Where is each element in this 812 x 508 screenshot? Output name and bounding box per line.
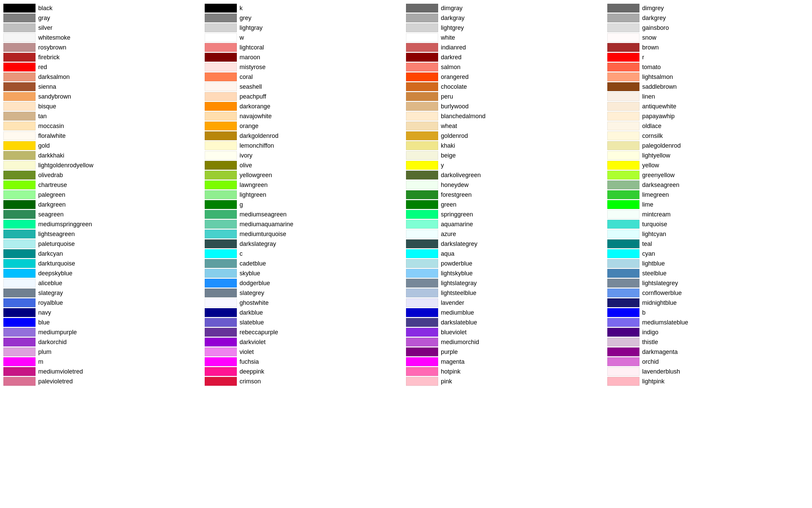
color-row: thistle [607, 337, 809, 347]
color-label: grey [240, 15, 251, 22]
color-row: lightslategrey [607, 278, 809, 288]
color-swatch [205, 298, 237, 307]
color-row: rebeccapurple [205, 327, 406, 337]
color-row: c [205, 249, 406, 258]
color-label: tan [38, 113, 47, 120]
color-label: fuchsia [240, 358, 259, 365]
color-swatch [205, 23, 237, 32]
color-row: cornflowerblue [607, 288, 809, 298]
color-swatch [3, 4, 36, 13]
color-row: seagreen [3, 210, 205, 219]
color-label: orangered [441, 73, 469, 81]
color-label: maroon [240, 54, 260, 61]
color-swatch [607, 269, 639, 278]
color-swatch [3, 377, 36, 386]
color-row: y [406, 161, 607, 170]
color-swatch [3, 210, 36, 219]
color-label: deepskyblue [38, 270, 72, 277]
color-label: mediumseagreen [240, 211, 287, 218]
color-label: deeppink [240, 368, 264, 375]
color-row: darkgrey [607, 13, 809, 23]
color-label: tomato [642, 64, 661, 71]
color-swatch [607, 239, 639, 248]
color-swatch [205, 92, 237, 101]
color-row: dimgray [406, 3, 607, 13]
color-swatch [205, 33, 237, 42]
color-label: aquamarine [441, 221, 473, 228]
color-swatch [406, 190, 438, 199]
color-row: powderblue [406, 259, 607, 268]
color-swatch [205, 151, 237, 160]
color-swatch [3, 161, 36, 170]
color-swatch [607, 43, 639, 52]
color-label: seashell [240, 83, 262, 90]
color-row: lightseagreen [3, 229, 205, 239]
color-swatch [607, 23, 639, 32]
color-label: thistle [642, 339, 658, 346]
color-swatch [205, 112, 237, 121]
color-row: palegreen [3, 190, 205, 199]
color-row: teal [607, 239, 809, 249]
color-swatch [205, 259, 237, 268]
color-swatch [205, 279, 237, 288]
color-label: lightslategrey [642, 280, 678, 287]
color-swatch [406, 289, 438, 297]
color-swatch [406, 122, 438, 130]
color-swatch [406, 82, 438, 91]
color-label: darkred [441, 54, 461, 61]
color-swatch [3, 112, 36, 121]
color-row: darkmagenta [607, 347, 809, 357]
color-row: cyan [607, 249, 809, 258]
color-swatch [406, 239, 438, 248]
color-swatch [406, 4, 438, 13]
color-row: darkgoldenrod [205, 131, 406, 141]
color-row: mediumturquoise [205, 229, 406, 239]
color-row: bisque [3, 102, 205, 111]
color-label: indianred [441, 44, 466, 51]
color-label: darkgoldenrod [240, 132, 278, 140]
color-row: lightcoral [205, 43, 406, 52]
column-1: blackgraysilverwhitesmokerosybrownfirebr… [3, 3, 205, 386]
color-swatch [205, 220, 237, 229]
color-swatch [607, 279, 639, 288]
color-row: purple [406, 347, 607, 357]
color-row: tan [3, 111, 205, 121]
color-row: mediumvioletred [3, 367, 205, 376]
color-swatch [406, 259, 438, 268]
color-swatch [205, 161, 237, 170]
color-row: indigo [607, 327, 809, 337]
color-swatch [607, 4, 639, 13]
color-label: snow [642, 34, 656, 41]
color-row: peachpuff [205, 92, 406, 101]
color-label: sienna [38, 83, 56, 90]
color-label: antiquewhite [642, 103, 676, 110]
color-grid: blackgraysilverwhitesmokerosybrownfirebr… [3, 3, 809, 386]
color-label: darkgray [441, 15, 465, 22]
color-swatch [406, 377, 438, 386]
color-label: darkviolet [240, 339, 266, 346]
color-swatch [607, 151, 639, 160]
color-label: darkturquoise [38, 260, 75, 267]
color-swatch [205, 210, 237, 219]
color-label: coral [240, 73, 253, 81]
color-row: lime [607, 200, 809, 209]
color-label: palevioletred [38, 378, 73, 385]
color-row: orchid [607, 357, 809, 366]
color-swatch [406, 171, 438, 179]
color-label: mintcream [642, 211, 671, 218]
color-label: steelblue [642, 270, 667, 277]
color-swatch [3, 347, 36, 356]
color-row: yellowgreen [205, 170, 406, 180]
color-row: mediumblue [406, 308, 607, 317]
color-label: slategray [38, 290, 63, 297]
color-label: lime [642, 201, 653, 208]
color-swatch [607, 338, 639, 346]
color-swatch [406, 72, 438, 81]
color-label: papayawhip [642, 113, 675, 120]
column-3: dimgraydarkgraylightgreywhiteindianredda… [406, 3, 607, 386]
color-label: turquoise [642, 221, 667, 228]
color-swatch [205, 72, 237, 81]
color-label: gray [38, 15, 50, 22]
color-label: royalblue [38, 299, 63, 306]
color-swatch [3, 53, 36, 62]
